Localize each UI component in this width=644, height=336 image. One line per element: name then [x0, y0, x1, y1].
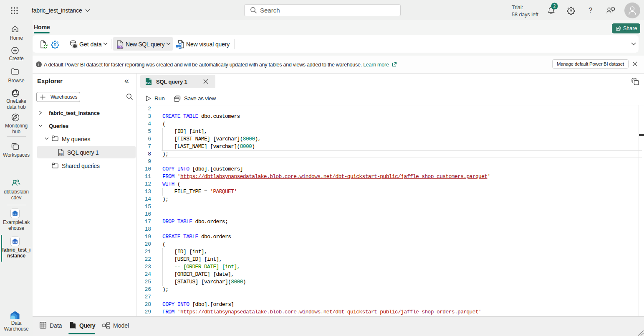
- svg-text:SQL: SQL: [146, 81, 152, 84]
- svg-text:SQL: SQL: [117, 45, 124, 48]
- svg-text:SQL: SQL: [58, 153, 63, 155]
- svg-text:2: 2: [553, 3, 556, 8]
